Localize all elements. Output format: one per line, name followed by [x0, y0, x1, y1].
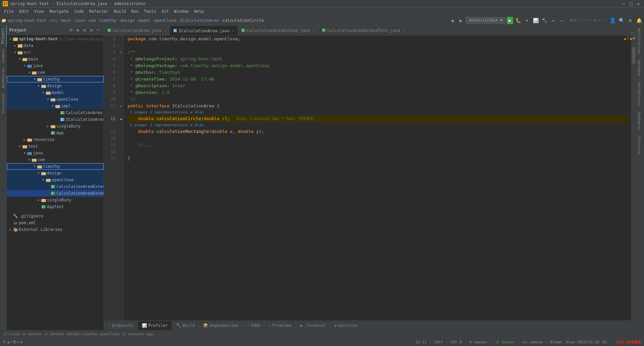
tree-item-singleduty-test[interactable]: ▶ singleDuty	[7, 197, 104, 203]
right-tab-notifications[interactable]: Notifications	[636, 26, 644, 57]
tree-item-design-test[interactable]: ▼ design	[7, 170, 104, 177]
nav-back-button[interactable]: ◀	[448, 17, 456, 24]
notifications-icon[interactable]: 🔔	[635, 17, 643, 24]
tree-item-calculationareaextendtest[interactable]: T CalculationAreaExtendTest	[7, 190, 104, 197]
build-button[interactable]: 🔨	[541, 17, 548, 24]
bookmarks-tab[interactable]: Bookmarks	[0, 65, 6, 91]
ime-settings[interactable]: ⚙	[20, 340, 22, 344]
expand-all-button[interactable]: ⊞	[75, 27, 81, 33]
encoding[interactable]: UTF-8	[451, 340, 462, 344]
tree-item-singleduty[interactable]: ▶ singleDuty	[7, 123, 104, 130]
tree-item-icalculationarea[interactable]: I ICalculationArea	[7, 116, 104, 123]
tab-icalculationarea[interactable]: I ICalculationArea.java ✕	[170, 26, 238, 35]
undo-button[interactable]: ↩	[549, 17, 557, 24]
nav-up-icon[interactable]: ▲	[630, 36, 632, 41]
breadcrumb-openclose[interactable]: openClose	[154, 18, 176, 23]
scrollbar-track[interactable]	[632, 46, 635, 64]
tree-item-external-libraries[interactable]: ▶ 📚 External Libraries	[7, 226, 104, 233]
cursor-position[interactable]: 12:12	[415, 340, 427, 344]
tab-services[interactable]: ⚙ Services	[330, 321, 362, 330]
close-button[interactable]: ✕	[635, 1, 641, 7]
tree-item-openclose-test[interactable]: ▼ openClose	[7, 177, 104, 183]
breadcrumb-model[interactable]: model	[138, 18, 150, 23]
tab-problems[interactable]: ⚠ Problems	[265, 321, 296, 330]
nav-forward-button[interactable]: ▶	[457, 17, 464, 24]
git-branch[interactable]: master	[502, 340, 515, 344]
indent-setting[interactable]: 4 spaces	[469, 340, 487, 344]
tab-todo[interactable]: ✓ TODO	[243, 321, 265, 330]
tree-item-com[interactable]: ▼ com	[7, 69, 104, 76]
tree-item-openclose[interactable]: ▼ openClose	[7, 96, 104, 103]
tree-item-main[interactable]: ▼ main	[7, 56, 104, 62]
breadcrumb-project[interactable]: spring-boot-test	[8, 18, 47, 23]
tree-item-calculationarea[interactable]: C CalculationArea	[7, 109, 104, 116]
breadcrumb-design[interactable]: design	[120, 18, 135, 23]
project-tab[interactable]: Project	[0, 26, 7, 46]
tab-calculationareaextendtest[interactable]: T CalculationAreaExtendTest.java ✕	[318, 26, 408, 35]
tree-item-model[interactable]: ▼ model	[7, 89, 104, 96]
menu-navigate[interactable]: Navigate	[47, 8, 71, 14]
tab-calculationarea[interactable]: C CalculationArea.java ✕	[104, 26, 170, 35]
run-button[interactable]: ▶	[507, 17, 513, 24]
breadcrumb-java[interactable]: java	[75, 18, 85, 23]
right-tab-structure[interactable]: Structure	[636, 133, 644, 157]
sync-button[interactable]: ⟳	[68, 27, 74, 33]
scrollbar-thumb[interactable]	[632, 47, 635, 64]
right-tab-database[interactable]: Database	[636, 57, 644, 79]
tree-item-test[interactable]: ▼ test	[7, 143, 104, 150]
breadcrumb-timothy[interactable]: timothy	[99, 18, 116, 23]
settings-icon[interactable]: ⚙	[627, 17, 634, 24]
menu-code[interactable]: Code	[71, 8, 87, 14]
tab-endpoints[interactable]: ⚡ Endpoints	[104, 321, 138, 330]
tree-item-timothy-test[interactable]: ▼ timothy	[7, 163, 104, 170]
tree-item-design[interactable]: ▼ design	[7, 83, 104, 89]
menu-git[interactable]: Git	[159, 8, 171, 14]
user-icon[interactable]: 👤	[609, 17, 616, 24]
menu-view[interactable]: View	[32, 8, 47, 14]
run-config-btn[interactable]: AuthorityTest ▼	[466, 17, 505, 23]
tree-item-root[interactable]: ▼ spring-boot-test H:\Java-develop\sprin…	[7, 36, 104, 42]
gutter-fold-3[interactable]: ▼	[117, 49, 124, 56]
breadcrumb-main[interactable]: main	[61, 18, 71, 23]
breadcrumb-calculationcircle[interactable]: calculationCircle	[222, 18, 264, 23]
tab-calculationareaextend[interactable]: C CalculationAreaExtend.java ✕	[238, 26, 318, 35]
tree-item-data[interactable]: ▶ data	[7, 42, 104, 49]
debug-button[interactable]: 🐛	[514, 17, 522, 24]
structure-tab[interactable]: Structure	[0, 91, 6, 116]
search-icon[interactable]: 🔍	[618, 17, 625, 24]
tree-item-app[interactable]: C App	[7, 130, 104, 136]
tree-item-com-test[interactable]: ▼ com	[7, 156, 104, 163]
more-button[interactable]: ⋯	[558, 17, 565, 24]
tab-dependencies[interactable]: 📦 Dependencies	[199, 321, 243, 330]
collapse-all-button[interactable]: ⊟	[82, 27, 88, 33]
nav-down-icon[interactable]: ▼	[633, 36, 635, 41]
menu-tools[interactable]: Tools	[141, 8, 159, 14]
editor-scrollbar[interactable]: ▲ 7 ▲ ▼	[631, 36, 636, 320]
tree-item-java-test[interactable]: ▼ java	[7, 150, 104, 156]
gutter-fold-11[interactable]: ▼	[117, 103, 124, 109]
line-ending[interactable]: CRLF	[434, 340, 443, 344]
tree-item-resources[interactable]: ▶ resources	[7, 136, 104, 143]
menu-help[interactable]: Help	[191, 8, 206, 14]
breadcrumb-icalculationarea[interactable]: ICalculationArea	[180, 18, 219, 23]
tree-item-src[interactable]: ▼ src	[7, 49, 104, 56]
menu-file[interactable]: File	[1, 8, 16, 14]
code-content[interactable]: package com.timothy.design.model.openClo…	[124, 36, 631, 320]
minimize-button[interactable]: ─	[621, 1, 627, 7]
right-tab-restservices[interactable]: RestServices	[636, 79, 644, 109]
tree-item-pom[interactable]: 🗂 pom.xml	[7, 219, 104, 226]
menu-build[interactable]: Build	[111, 8, 129, 14]
tree-item-gitignore[interactable]: 🔧 .gitignore	[7, 213, 104, 219]
breadcrumb-src[interactable]: src	[50, 18, 58, 23]
panel-close-button[interactable]: ─	[95, 27, 101, 33]
breadcrumb-com[interactable]: com	[88, 18, 96, 23]
menu-edit[interactable]: Edit	[16, 8, 32, 14]
tree-item-apptest[interactable]: T AppTest	[7, 203, 104, 210]
profile-button[interactable]: 📊	[532, 17, 539, 24]
tree-item-timothy[interactable]: ▼ timothy	[7, 76, 104, 83]
tree-item-calculationareaextend[interactable]: C CalculationAreaExtend	[7, 183, 104, 190]
tab-close-button[interactable]: ✕	[232, 29, 235, 33]
tab-close-button[interactable]: ✕	[164, 29, 166, 33]
tree-item-java-main[interactable]: ▼ java	[7, 62, 104, 69]
right-tab-bookmarks[interactable]: Bookmarks	[636, 109, 644, 133]
